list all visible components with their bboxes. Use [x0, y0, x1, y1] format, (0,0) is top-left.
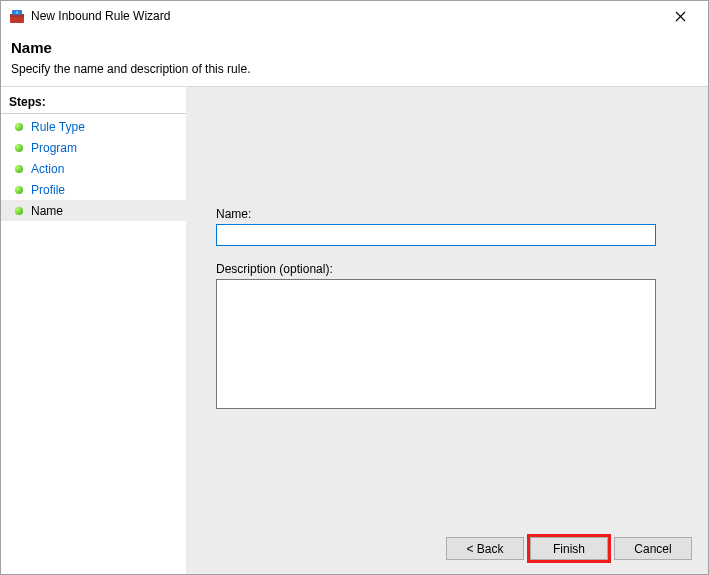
step-bullet-icon [15, 165, 23, 173]
titlebar: New Inbound Rule Wizard [1, 1, 708, 31]
step-name[interactable]: Name [1, 200, 186, 221]
cancel-button[interactable]: Cancel [614, 537, 692, 560]
name-input[interactable] [216, 224, 656, 246]
name-label: Name: [216, 207, 678, 221]
finish-button[interactable]: Finish [530, 537, 608, 560]
button-row: < Back Finish Cancel [446, 537, 692, 560]
firewall-icon [9, 8, 25, 24]
page-title: Name [11, 39, 698, 56]
step-rule-type[interactable]: Rule Type [1, 116, 186, 137]
description-group: Description (optional): [216, 262, 678, 412]
wizard-main-panel: Name: Description (optional): < Back Fin… [186, 87, 708, 574]
step-label: Rule Type [31, 120, 85, 134]
step-bullet-icon [15, 186, 23, 194]
step-label: Profile [31, 183, 65, 197]
step-label: Action [31, 162, 64, 176]
close-icon [675, 11, 686, 22]
step-bullet-icon [15, 123, 23, 131]
wizard-header: Name Specify the name and description of… [1, 31, 708, 86]
step-program[interactable]: Program [1, 137, 186, 158]
step-bullet-icon [15, 207, 23, 215]
description-label: Description (optional): [216, 262, 678, 276]
description-input[interactable] [216, 279, 656, 409]
step-label: Name [31, 204, 63, 218]
name-group: Name: [216, 207, 678, 246]
back-button[interactable]: < Back [446, 537, 524, 560]
window-title: New Inbound Rule Wizard [31, 9, 170, 23]
svg-point-3 [16, 11, 19, 14]
page-subtitle: Specify the name and description of this… [11, 62, 698, 76]
step-action[interactable]: Action [1, 158, 186, 179]
step-label: Program [31, 141, 77, 155]
close-button[interactable] [660, 2, 700, 30]
steps-sidebar: Steps: Rule Type Program Action Profile … [1, 87, 186, 574]
wizard-body: Steps: Rule Type Program Action Profile … [1, 86, 708, 574]
step-profile[interactable]: Profile [1, 179, 186, 200]
steps-heading: Steps: [1, 93, 186, 114]
wizard-window: New Inbound Rule Wizard Name Specify the… [0, 0, 709, 575]
step-bullet-icon [15, 144, 23, 152]
